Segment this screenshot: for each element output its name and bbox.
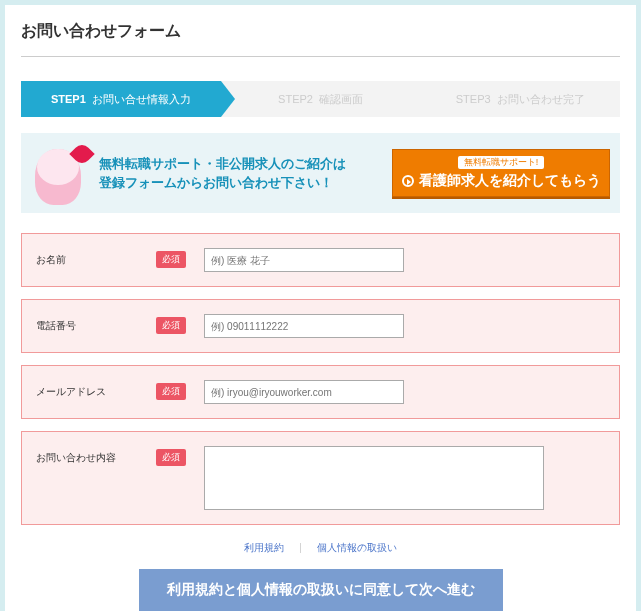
tel-input[interactable]: [204, 314, 404, 338]
mail-input[interactable]: [204, 380, 404, 404]
separator: |: [299, 542, 302, 553]
body-input[interactable]: [204, 446, 544, 510]
step-3-num: STEP3: [456, 93, 491, 105]
nurse-jobs-button[interactable]: 無料転職サポート! 看護師求人を紹介してもらう: [392, 149, 610, 197]
promo-banner: 無料転職サポート・非公開求人のご紹介は 登録フォームからお問い合わせ下さい！ 無…: [21, 133, 620, 213]
name-label: お名前: [36, 248, 156, 267]
body-label: お問い合わせ内容: [36, 446, 156, 465]
privacy-link[interactable]: 個人情報の取扱い: [317, 542, 397, 553]
banner-text: 無料転職サポート・非公開求人のご紹介は 登録フォームからお問い合わせ下さい！: [99, 154, 392, 193]
required-badge: 必須: [156, 383, 186, 400]
required-badge: 必須: [156, 251, 186, 268]
step-1-num: STEP1: [51, 93, 86, 105]
step-2-label: 確認画面: [319, 92, 363, 107]
tel-label: 電話番号: [36, 314, 156, 333]
banner-btn-small: 無料転職サポート!: [458, 156, 545, 169]
step-1: STEP1 お問い合せ情報入力: [21, 81, 221, 117]
required-badge: 必須: [156, 317, 186, 334]
body-field: お問い合わせ内容 必須: [21, 431, 620, 525]
terms-link[interactable]: 利用規約: [244, 542, 284, 553]
step-1-label: お問い合せ情報入力: [92, 92, 191, 107]
arrow-right-icon: [402, 175, 414, 187]
name-field: お名前 必須: [21, 233, 620, 287]
step-3: STEP3 お問い合わせ完了: [420, 81, 620, 117]
tel-field: 電話番号 必須: [21, 299, 620, 353]
step-2-num: STEP2: [278, 93, 313, 105]
submit-button[interactable]: 利用規約と個人情報の取扱いに同意して次へ進む: [139, 569, 503, 611]
mail-field: メールアドレス 必須: [21, 365, 620, 419]
banner-btn-big: 看護師求人を紹介してもらう: [402, 172, 601, 190]
legal-links: 利用規約 | 個人情報の取扱い: [21, 541, 620, 555]
deer-mascot-icon: [31, 141, 91, 205]
step-3-label: お問い合わせ完了: [497, 92, 585, 107]
required-badge: 必須: [156, 449, 186, 466]
step-2: STEP2 確認画面: [221, 81, 421, 117]
name-input[interactable]: [204, 248, 404, 272]
page-title: お問い合わせフォーム: [21, 21, 620, 57]
step-indicator: STEP1 お問い合せ情報入力 STEP2 確認画面 STEP3 お問い合わせ完…: [21, 81, 620, 117]
mail-label: メールアドレス: [36, 380, 156, 399]
